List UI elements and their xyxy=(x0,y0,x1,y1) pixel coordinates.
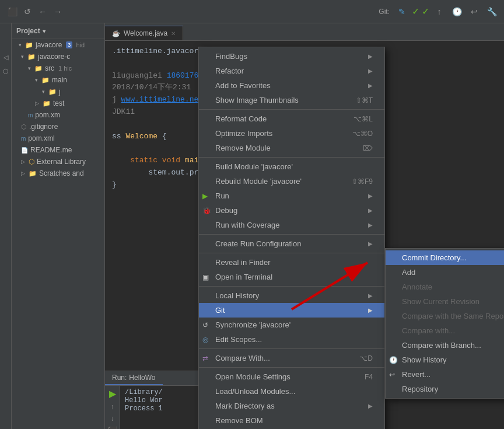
edge-icon-1[interactable]: ◁ xyxy=(1,53,10,62)
j-label: j xyxy=(59,88,61,96)
sidebar-item-main[interactable]: ▾ 📁 main xyxy=(12,74,104,86)
menu-item-run[interactable]: ▶ Run ▶ xyxy=(199,189,384,203)
tab-welcome-java[interactable]: ☕ Welcome.java ✕ xyxy=(105,26,183,40)
load-unload-label: Load/Unload Modules... xyxy=(215,387,295,396)
sidebar-item-javacore[interactable]: ▾ 📁 javacore 3 hid xyxy=(12,39,104,51)
git-menu-arrow: ▶ xyxy=(368,307,373,313)
menu-item-findbugs[interactable]: FindBugs ▶ xyxy=(199,49,384,64)
add-label: Add xyxy=(402,268,415,277)
submenu-repository[interactable]: Repository ▶ xyxy=(386,382,504,396)
project-tab-arrow[interactable]: ▾ xyxy=(43,28,46,34)
reformat-label: Reformat Code xyxy=(215,114,267,123)
test-icon: 📁 xyxy=(43,100,51,107)
menu-item-module-settings[interactable]: Open Module Settings F4 xyxy=(199,369,384,384)
project-tab-label[interactable]: Project xyxy=(16,27,40,35)
submenu-compare-branch[interactable]: Compare with Branch... xyxy=(386,338,504,353)
git-check-icon: ✓ xyxy=(412,6,419,17)
menu-item-synchronize[interactable]: ↺ Synchronize 'javacore' xyxy=(199,318,384,332)
git-clock-icon[interactable]: 🕐 xyxy=(450,5,463,18)
menu-item-reformat[interactable]: Reformat Code ⌥⌘L xyxy=(199,111,384,126)
sidebar-item-src[interactable]: ▾ 📁 src 1 hic xyxy=(12,62,104,74)
submenu-compare-repo: Compare with the Same Repository Version xyxy=(386,309,504,323)
menu-item-load-unload[interactable]: Load/Unload Modules... xyxy=(199,384,384,399)
toolbar-icon-2[interactable]: ↺ xyxy=(21,5,34,18)
editor-tabs: ☕ Welcome.java ✕ xyxy=(105,23,504,41)
menu-item-optimize[interactable]: Optimize Imports ⌥⌘O xyxy=(199,126,384,141)
javacore-arrow: ▾ xyxy=(19,42,22,48)
run-play-icon[interactable]: ▶ xyxy=(109,388,116,399)
sidebar-item-pom-xml[interactable]: m pom.xml xyxy=(12,132,104,144)
main-layout: ◁ ⬡ Project ▾ ▾ 📁 javacore 3 hid ▾ 📁 jav… xyxy=(0,23,504,429)
j-icon: 📁 xyxy=(48,88,57,96)
submenu-commit-dir[interactable]: Commit Directory... xyxy=(386,250,504,265)
sync-icon: ↺ xyxy=(202,321,208,329)
run-tab[interactable]: Run: HelloWo xyxy=(105,371,163,385)
menu-item-open-terminal[interactable]: ▣ Open in Terminal xyxy=(199,270,384,284)
pom-xm-label: pom.xm xyxy=(35,111,60,119)
git-pencil-icon[interactable]: ✎ xyxy=(396,5,408,18)
git-push-icon[interactable]: ↑ xyxy=(433,5,446,18)
menu-item-rebuild[interactable]: Rebuild Module 'javacore' ⇧⌘F9 xyxy=(199,174,384,189)
menu-item-mark-dir[interactable]: Mark Directory as ▶ xyxy=(199,399,384,413)
menu-item-edit-scopes[interactable]: ◎ Edit Scopes... xyxy=(199,332,384,347)
findbugs-arrow: ▶ xyxy=(368,53,373,60)
separator-2 xyxy=(199,157,384,158)
submenu-revert[interactable]: ↩ Revert... ⌥⌘Z xyxy=(386,367,504,382)
annotate-label: Annotate xyxy=(402,282,432,291)
submenu-add[interactable]: Add ⌥⌘A xyxy=(386,265,504,280)
menu-item-run-coverage[interactable]: Run with Coverage ▶ xyxy=(199,218,384,232)
test-arrow: ▷ xyxy=(35,100,39,106)
src-hic: 1 hic xyxy=(58,65,72,72)
toolbar-forward-button[interactable]: → xyxy=(51,5,64,18)
debug-menu-label: Debug xyxy=(215,206,237,215)
optimize-shortcut: ⌥⌘O xyxy=(352,130,373,138)
run-up-icon[interactable]: ↑ xyxy=(111,403,114,411)
src-label: src xyxy=(45,64,54,72)
toolbar-back-button[interactable]: ← xyxy=(36,5,49,18)
menu-item-add-favorites[interactable]: Add to Favorites ▶ xyxy=(199,78,384,93)
main-arrow: ▾ xyxy=(35,77,38,83)
separator-3 xyxy=(199,234,384,235)
sidebar-item-test[interactable]: ▷ 📁 test xyxy=(12,97,104,109)
tab-close-button[interactable]: ✕ xyxy=(171,30,176,37)
edge-icon-2[interactable]: ⬡ xyxy=(1,67,10,76)
separator-4 xyxy=(199,253,384,253)
menu-item-local-history[interactable]: Local History ▶ xyxy=(199,288,384,303)
menu-item-refactor[interactable]: Refactor ▶ xyxy=(199,64,384,78)
menu-item-remove-bom[interactable]: Remove BOM xyxy=(199,413,384,428)
compare-with-label: Compare With... xyxy=(215,354,270,362)
sidebar-item-javacore-c[interactable]: ▾ 📁 javacore-c xyxy=(12,51,104,62)
run-stop-icon[interactable]: ⬛ xyxy=(107,426,117,429)
revert-icon: ↩ xyxy=(389,371,395,379)
separator-5 xyxy=(199,286,384,287)
module-settings-label: Open Module Settings xyxy=(215,372,290,381)
refactor-label: Refactor xyxy=(215,67,244,75)
debug-menu-arrow: ▶ xyxy=(368,207,373,214)
git-undo-icon[interactable]: ↩ xyxy=(468,5,481,18)
sidebar-item-scratches[interactable]: ▷ 📁 Scratches and xyxy=(12,168,104,179)
sidebar-item-external-library[interactable]: ▷ ⬡ External Library xyxy=(12,156,104,168)
git-section: Git: ✎ ✓ ✓ ↑ 🕐 ↩ 🔧 xyxy=(379,5,499,18)
sidebar-item-gitignore[interactable]: ⬡ .gitignore xyxy=(12,121,104,132)
history-icon: 🕐 xyxy=(389,356,398,364)
menu-item-build[interactable]: Build Module 'javacore' xyxy=(199,159,384,174)
compare-icon: ⇄ xyxy=(202,354,208,362)
toolbar-icon-1[interactable]: ⬛ xyxy=(6,5,19,18)
menu-item-debug[interactable]: 🐞 Debug ▶ xyxy=(199,203,384,218)
menu-item-remove-module[interactable]: Remove Module ⌦ xyxy=(199,141,384,155)
menu-item-create-run[interactable]: Create Run Configuration ▶ xyxy=(199,236,384,251)
run-down-icon[interactable]: ↓ xyxy=(111,414,114,423)
submenu-show-history[interactable]: 🕐 Show History xyxy=(386,353,504,367)
menu-item-compare-with[interactable]: ⇄ Compare With... ⌥D xyxy=(199,351,384,365)
menu-item-show-thumbnails[interactable]: Show Image Thumbnails ⇧⌘T xyxy=(199,93,384,107)
open-terminal-label: Open in Terminal xyxy=(215,273,272,281)
sidebar-item-readme[interactable]: 📄 README.me xyxy=(12,144,104,156)
src-icon: 📁 xyxy=(34,65,43,72)
menu-item-git[interactable]: Git ▶ xyxy=(199,303,384,318)
sidebar-item-j[interactable]: ▾ 📁 j xyxy=(12,86,104,97)
menu-item-reveal-finder[interactable]: Reveal in Finder xyxy=(199,255,384,270)
git-settings-icon[interactable]: 🔧 xyxy=(485,5,498,18)
debug-menu-icon: 🐞 xyxy=(202,207,211,215)
sidebar-item-pom-xm[interactable]: m pom.xm xyxy=(12,109,104,121)
add-favorites-label: Add to Favorites xyxy=(215,81,271,90)
